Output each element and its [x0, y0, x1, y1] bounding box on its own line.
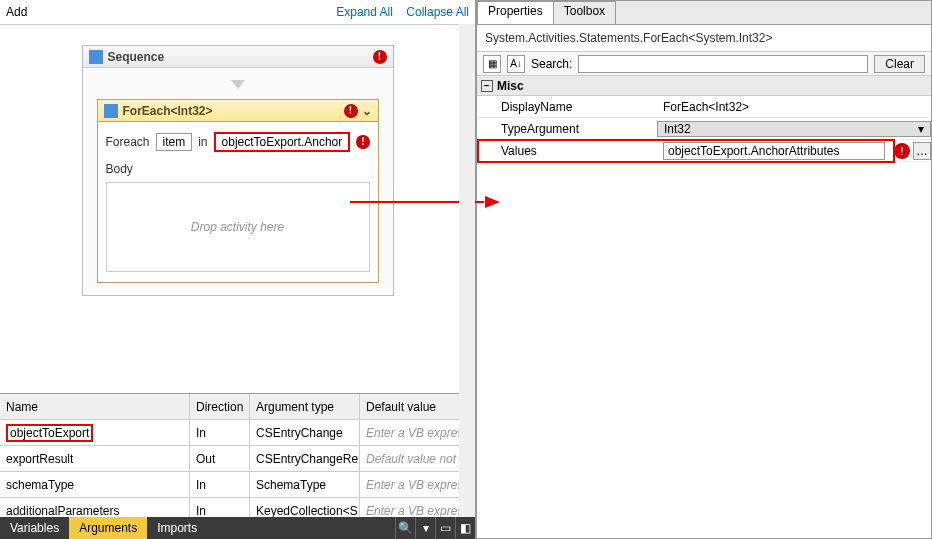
error-icon[interactable]: !: [373, 50, 387, 64]
item-variable-input[interactable]: item: [156, 133, 193, 151]
tab-arguments[interactable]: Arguments: [69, 517, 147, 539]
argument-name[interactable]: schemaType: [0, 472, 190, 497]
argument-type[interactable]: CSEntryChangeRe: [250, 446, 360, 471]
argument-direction[interactable]: In: [190, 420, 250, 445]
property-group-misc[interactable]: − Misc: [477, 76, 931, 96]
drop-indicator-icon: [231, 80, 245, 89]
designer-panel: Add Expand All Collapse All Sequence ! F…: [0, 0, 476, 539]
expand-all-link[interactable]: Expand All: [336, 5, 393, 19]
argument-default[interactable]: Enter a VB expres: [360, 498, 475, 517]
tab-properties[interactable]: Properties: [477, 1, 554, 24]
collapse-all-link[interactable]: Collapse All: [406, 5, 469, 19]
argument-direction[interactable]: In: [190, 472, 250, 497]
selected-type-label: System.Activities.Statements.ForEach<Sys…: [477, 25, 931, 52]
argument-row[interactable]: schemaTypeInSchemaTypeEnter a VB expres: [0, 472, 475, 498]
col-name[interactable]: Name: [0, 394, 190, 419]
foreach-icon: [104, 104, 118, 118]
chevron-down-icon[interactable]: ⌄: [362, 104, 372, 118]
property-search-input[interactable]: [578, 55, 868, 73]
search-icon[interactable]: 🔍: [395, 517, 415, 539]
sequence-title: Sequence: [108, 50, 165, 64]
foreach-title: ForEach<Int32>: [123, 104, 213, 118]
argument-direction[interactable]: Out: [190, 446, 250, 471]
argument-row[interactable]: additionalParametersInKeyedCollection<SE…: [0, 498, 475, 517]
categorize-icon[interactable]: ▦: [483, 55, 501, 73]
sort-az-icon[interactable]: A↓: [507, 55, 525, 73]
right-tab-bar: Properties Toolbox: [477, 1, 931, 25]
foreach-label: Foreach: [106, 135, 150, 149]
fit-icon[interactable]: ▭: [435, 517, 455, 539]
col-direction[interactable]: Direction: [190, 394, 250, 419]
tab-imports[interactable]: Imports: [147, 517, 207, 539]
argument-row[interactable]: exportResultOutCSEntryChangeReDefault va…: [0, 446, 475, 472]
zoom-dropdown[interactable]: ▾: [415, 517, 435, 539]
properties-panel: Properties Toolbox System.Activities.Sta…: [476, 0, 932, 539]
design-canvas[interactable]: Sequence ! ForEach<Int32> ! ⌄ Foreach: [0, 25, 475, 393]
argument-type[interactable]: SchemaType: [250, 472, 360, 497]
argument-type[interactable]: CSEntryChange: [250, 420, 360, 445]
error-icon[interactable]: !: [894, 143, 910, 159]
sequence-icon: [89, 50, 103, 64]
clear-button[interactable]: Clear: [874, 55, 925, 73]
error-icon[interactable]: !: [356, 135, 369, 149]
in-expression-input[interactable]: objectToExport.Anchor: [214, 132, 351, 152]
body-label: Body: [106, 162, 370, 176]
vertical-scrollbar[interactable]: [459, 24, 475, 517]
displayname-value[interactable]: ForEach<Int32>: [657, 100, 931, 114]
argument-default[interactable]: Enter a VB expres: [360, 420, 475, 445]
col-argtype[interactable]: Argument type: [250, 394, 360, 419]
search-label: Search:: [531, 57, 572, 71]
overview-icon[interactable]: ◧: [455, 517, 475, 539]
argument-direction[interactable]: In: [190, 498, 250, 517]
drop-hint: Drop activity here: [191, 220, 284, 234]
col-default[interactable]: Default value: [360, 394, 475, 419]
argument-type[interactable]: KeyedCollection<S: [250, 498, 360, 517]
properties-toolbar: ▦ A↓ Search: Clear: [477, 52, 931, 76]
values-input[interactable]: [663, 142, 885, 160]
argument-name[interactable]: additionalParameters: [0, 498, 190, 517]
add-link[interactable]: Add: [6, 5, 27, 19]
designer-toolbar: Add Expand All Collapse All: [0, 0, 475, 25]
grid-header: Name Direction Argument type Default val…: [0, 394, 475, 420]
typeargument-dropdown[interactable]: Int32 ▾: [657, 121, 931, 137]
bottom-tab-bar: Variables Arguments Imports 🔍 ▾ ▭ ◧: [0, 517, 475, 539]
collapse-icon[interactable]: −: [481, 80, 493, 92]
in-label: in: [198, 135, 207, 149]
body-drop-zone[interactable]: Drop activity here: [106, 182, 370, 272]
foreach-header[interactable]: ForEach<Int32> ! ⌄: [98, 100, 378, 122]
chevron-down-icon: ▾: [918, 122, 924, 136]
sequence-header[interactable]: Sequence !: [83, 46, 393, 68]
arguments-grid: Name Direction Argument type Default val…: [0, 393, 475, 517]
argument-default[interactable]: Default value not su: [360, 446, 475, 471]
argument-default[interactable]: Enter a VB expres: [360, 472, 475, 497]
property-grid: − Misc DisplayName ForEach<Int32> TypeAr…: [477, 76, 931, 538]
prop-values[interactable]: Values ! …: [477, 140, 931, 162]
prop-displayname[interactable]: DisplayName ForEach<Int32>: [477, 96, 931, 118]
foreach-activity[interactable]: ForEach<Int32> ! ⌄ Foreach item in objec…: [97, 99, 379, 283]
prop-typeargument[interactable]: TypeArgument Int32 ▾: [477, 118, 931, 140]
tab-toolbox[interactable]: Toolbox: [553, 1, 616, 24]
error-icon[interactable]: !: [344, 104, 358, 118]
argument-name[interactable]: exportResult: [0, 446, 190, 471]
tab-variables[interactable]: Variables: [0, 517, 69, 539]
ellipsis-button[interactable]: …: [913, 142, 931, 160]
sequence-activity[interactable]: Sequence ! ForEach<Int32> ! ⌄ Foreach: [82, 45, 394, 296]
argument-name[interactable]: objectToExport: [6, 424, 93, 442]
argument-row[interactable]: objectToExportInCSEntryChangeEnter a VB …: [0, 420, 475, 446]
